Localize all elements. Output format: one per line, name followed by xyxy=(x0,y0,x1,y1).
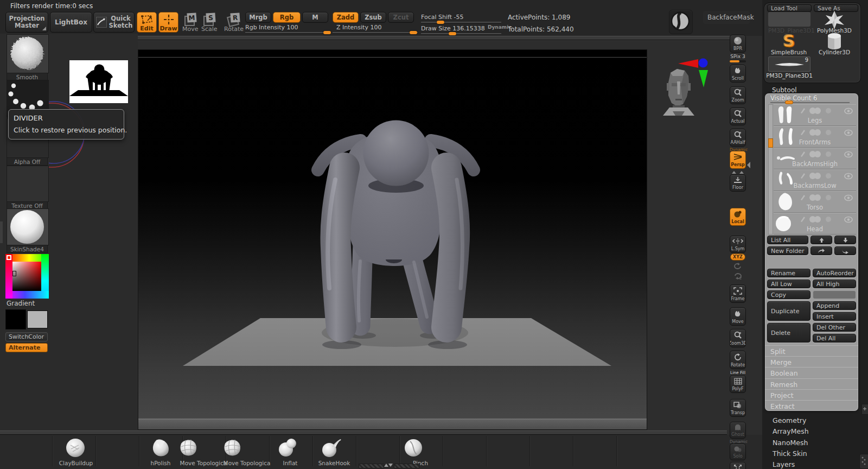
current-material-slot[interactable]: SkinShade4 xyxy=(7,208,48,253)
subtool-row-icons[interactable] xyxy=(799,150,842,159)
focal-shift-slider[interactable] xyxy=(421,22,501,23)
subtool-row-icons[interactable] xyxy=(799,193,842,202)
subtool-row-backarmshigh[interactable]: BackArmsHigh xyxy=(774,148,856,169)
palette-section-nanomesh[interactable]: NanoMesh xyxy=(766,438,865,448)
rtb-persp-button[interactable]: Persp xyxy=(730,151,746,169)
subtool-scrollbar[interactable] xyxy=(768,104,773,234)
subtool-row-torso[interactable]: Torso xyxy=(774,191,856,213)
subtool-section-split[interactable]: Split xyxy=(765,345,858,356)
del-all-button[interactable]: Del All xyxy=(813,334,856,343)
rtb-aahalf-button[interactable]: AAHalf xyxy=(730,129,746,147)
tray-scroll-right[interactable] xyxy=(394,464,419,468)
tool-item-pm3d-plane-selected[interactable]: 9 xyxy=(768,56,810,72)
subtool-section-extract[interactable]: Extract xyxy=(765,400,858,411)
insert-button[interactable]: Insert xyxy=(813,312,856,321)
sv-square[interactable] xyxy=(12,262,41,291)
tool-item-pm3d-plane-active[interactable] xyxy=(768,12,810,27)
move-to-folder-button[interactable] xyxy=(810,246,832,255)
rename-button[interactable]: Rename xyxy=(767,269,810,277)
rtb-move3d-button[interactable]: Move xyxy=(730,307,746,326)
del-other-button[interactable]: Del Other xyxy=(813,323,856,332)
subtool-eye-icon[interactable] xyxy=(844,172,854,179)
subtool-palette-header[interactable]: Subtool xyxy=(772,86,797,94)
subtool-row-icons[interactable] xyxy=(799,128,842,137)
subtool-section-merge[interactable]: Merge xyxy=(765,356,858,367)
subtool-up-button[interactable] xyxy=(810,236,832,244)
all-high-button[interactable]: All High xyxy=(813,280,856,288)
tool-item-cylinder3d[interactable] xyxy=(814,33,855,49)
hue-strip-left[interactable] xyxy=(5,254,12,299)
subtool-row-icons[interactable] xyxy=(799,106,842,115)
projection-master-button[interactable]: Projection Master xyxy=(5,12,48,33)
rtb-frame-button[interactable]: Frame xyxy=(730,284,746,303)
rtb-spin-z-icon[interactable]: 2 xyxy=(730,272,746,280)
mrgb-button[interactable]: Mrgb xyxy=(245,12,271,23)
current-texture-slot[interactable]: Texture Off xyxy=(7,166,48,210)
subtool-section-remesh[interactable]: Remesh xyxy=(765,378,858,389)
color-picker[interactable] xyxy=(5,254,49,299)
tray-scroll-widget[interactable] xyxy=(359,463,418,468)
subtool-eye-icon[interactable] xyxy=(844,193,854,200)
rtb-spix-slider[interactable]: SPix 3 xyxy=(730,54,746,64)
main-color-swatch[interactable] xyxy=(5,309,26,329)
autoreorder-button[interactable]: AutoReorder xyxy=(813,269,856,277)
rtb-polyf-button[interactable]: PolyF xyxy=(730,375,746,393)
subtool-section-project[interactable]: Project xyxy=(765,389,858,400)
rotate-gyro-button[interactable]: R Rotate xyxy=(224,13,244,33)
subtool-row-head[interactable]: Head xyxy=(774,213,856,234)
draw-button[interactable]: Draw xyxy=(158,12,178,33)
rtb-xpose-button[interactable]: Xpose xyxy=(730,462,746,469)
draw-size-slider[interactable] xyxy=(421,33,501,34)
zsub-button[interactable]: Zsub xyxy=(360,12,386,23)
duplicate-button[interactable]: Duplicate xyxy=(767,301,810,321)
subtool-down-button[interactable] xyxy=(834,236,856,244)
move-gyro-button[interactable]: M Move xyxy=(182,13,199,33)
z-intensity-handle[interactable] xyxy=(410,31,417,34)
zadd-button[interactable]: Zadd xyxy=(333,12,359,23)
rtb-bpr-button[interactable]: BPR xyxy=(730,35,746,53)
lightbox-button[interactable]: LightBox xyxy=(50,12,92,33)
alternate-button[interactable]: Alternate xyxy=(5,343,48,352)
rtb-zoom-button[interactable]: Zoom xyxy=(730,86,746,104)
switch-color-button[interactable]: SwitchColor xyxy=(5,332,48,341)
subtool-eye-icon[interactable] xyxy=(844,150,854,157)
material-sphere-button[interactable] xyxy=(669,10,693,34)
subtool-eye-icon[interactable] xyxy=(844,128,854,135)
delete-button[interactable]: Delete xyxy=(767,323,810,343)
axis-widget[interactable] xyxy=(675,56,713,91)
rtb-transp-button[interactable]: Transp xyxy=(730,399,746,417)
subtool-section-boolean[interactable]: Boolean xyxy=(765,367,858,378)
copy-button[interactable]: Copy xyxy=(767,290,810,299)
rtb-xyz-button[interactable]: XYZ xyxy=(730,253,745,261)
subtool-row-frontarms[interactable]: FrontArms xyxy=(774,126,856,148)
tray-scroll-left[interactable] xyxy=(359,464,384,468)
gradient-label[interactable]: Gradient xyxy=(7,300,35,307)
rgb-intensity-slider[interactable] xyxy=(245,32,331,33)
tool-item-simplebrush[interactable]: S S xyxy=(768,33,810,49)
palette-section-geometry[interactable]: Geometry xyxy=(766,415,865,426)
quick-sketch-button[interactable]: Quick Sketch xyxy=(93,12,135,33)
secondary-color-swatch[interactable] xyxy=(27,310,48,328)
z-intensity-slider[interactable] xyxy=(333,32,418,33)
tool-item-polymesh3d[interactable] xyxy=(814,12,855,28)
rtb-zoom3d-button[interactable]: Zoom3D xyxy=(730,329,746,347)
subtool-row-icons[interactable] xyxy=(799,172,842,180)
hue-marker[interactable] xyxy=(7,255,11,260)
rtb-lsym-button[interactable]: L.Sym xyxy=(730,236,746,253)
rtb-spin-y-icon[interactable] xyxy=(730,262,746,270)
rgb-button[interactable]: Rgb xyxy=(273,12,301,23)
subtool-eye-icon[interactable] xyxy=(844,106,854,113)
rtb-rotate3d-button[interactable]: Rotate xyxy=(730,351,746,369)
rgb-intensity-handle[interactable] xyxy=(323,31,331,34)
all-low-button[interactable]: All Low xyxy=(767,280,810,288)
palette-section-thick-skin[interactable]: Thick Skin xyxy=(766,448,865,459)
rtb-scroll-button[interactable]: Scroll xyxy=(730,65,746,83)
draw-size-handle[interactable] xyxy=(449,32,456,35)
list-all-button[interactable]: List All xyxy=(767,236,808,244)
m-button[interactable]: M xyxy=(302,12,328,23)
bottom-shelf-groove[interactable] xyxy=(0,430,727,435)
tray-scroll-arrows-icon[interactable] xyxy=(384,463,393,468)
subtool-scrollbar-handle[interactable] xyxy=(768,138,773,148)
rtb-floor-button[interactable]: Floor xyxy=(730,174,746,192)
move-down-folder-button[interactable] xyxy=(834,246,856,255)
